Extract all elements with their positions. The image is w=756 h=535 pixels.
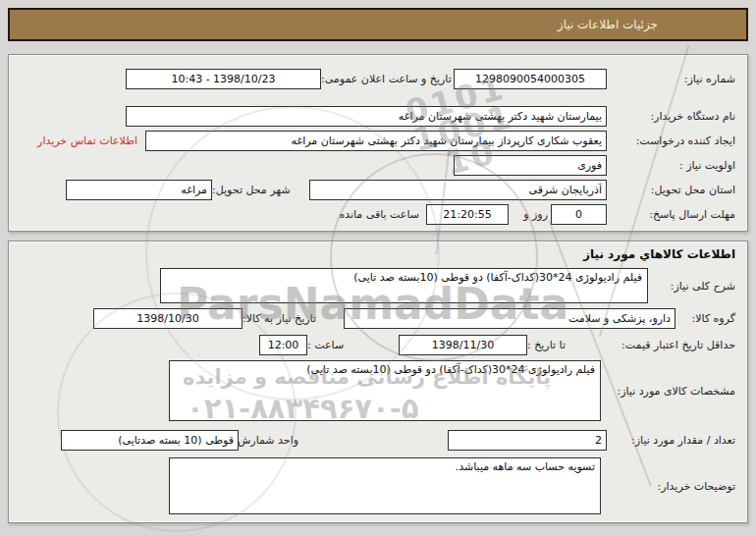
goods-group-input[interactable]	[344, 308, 675, 329]
general-description-textarea[interactable]: فیلم رادیولوژی 24*30(کداک-آکفا) دو قوطی …	[160, 268, 648, 303]
specifications-label: مشخصات کالای مورد نیاز:	[609, 385, 735, 398]
delivery-province-label: استان محل تحویل:	[607, 184, 735, 196]
specifications-textarea[interactable]: فیلم رادیولوژی 24*30(کداک-آکفا) دو قوطی …	[169, 360, 601, 421]
need-date-label: تاریخ نیاز به کالا:	[243, 312, 344, 325]
buyer-notes-row: توضیحات خریدار: تسویه حساب سه ماهه میباش…	[21, 457, 735, 514]
deadline-time-suffix: ساعت باقی مانده	[339, 208, 419, 221]
delivery-province-input[interactable]	[309, 180, 607, 200]
goods-info-panel: اطلاعات کالاهاي مورد نیاز شرح کلی نیاز: …	[8, 241, 748, 523]
delivery-location-row: استان محل تحویل: شهر محل تحویل:	[21, 180, 735, 200]
deadline-days-suffix: روز و	[511, 208, 548, 221]
price-validity-date-input[interactable]	[399, 335, 527, 355]
need-number-row: شماره نیاز: تاریخ و ساعت اعلان عمومی:	[21, 69, 735, 89]
deadline-time-input[interactable]	[426, 204, 509, 225]
priority-input[interactable]	[454, 155, 607, 176]
page-title-bar: جزئیات اطلاعات نیاز	[8, 8, 748, 41]
response-deadline-row: مهلت ارسال پاسخ: روز و ساعت باقی مانده	[21, 204, 735, 225]
priority-label: اولویت نیاز :	[607, 159, 735, 172]
delivery-city-label: شهر محل تحویل:	[212, 184, 309, 196]
need-number-label: شماره نیاز:	[607, 73, 735, 85]
price-validity-hour-label: ساعت :	[307, 339, 357, 351]
price-validity-hour-input[interactable]	[259, 335, 307, 355]
price-validity-until-label: تا تاریخ :	[527, 339, 585, 351]
announce-datetime-label: تاریخ و ساعت اعلان عمومی:	[321, 73, 454, 85]
price-validity-row: حداقل تاریخ اعتبار قیمت: تا تاریخ : ساعت…	[21, 335, 735, 355]
quantity-label: تعداد / مقدار مورد نیاز:	[609, 434, 735, 447]
buyer-org-input[interactable]	[126, 106, 607, 127]
general-description-row: شرح کلی نیاز: فیلم رادیولوژی 24*30(کداک-…	[21, 268, 735, 303]
price-validity-label: حداقل تاریخ اعتبار قیمت:	[585, 339, 735, 351]
request-creator-input[interactable]	[145, 131, 607, 151]
priority-row: اولویت نیاز :	[21, 155, 735, 176]
quantity-row: تعداد / مقدار مورد نیاز: واحد شمارش:	[21, 430, 735, 451]
need-date-input[interactable]	[93, 308, 243, 329]
goods-group-row: گروه کالا: تاریخ نیاز به کالا:	[21, 308, 735, 329]
buyer-notes-label: توضیحات خریدار:	[609, 480, 735, 493]
buyer-org-label: نام دستگاه خریدار:	[607, 110, 735, 123]
request-creator-row: ایجاد کننده درخواست: اطلاعات تماس خریدار	[21, 131, 735, 151]
buyer-contact-link[interactable]: اطلاعات تماس خریدار	[37, 134, 137, 147]
request-creator-label: ایجاد کننده درخواست:	[607, 134, 735, 147]
announce-datetime-input[interactable]	[126, 69, 321, 89]
deadline-days-input[interactable]	[551, 204, 607, 225]
need-number-input[interactable]	[454, 69, 607, 89]
page-title: جزئیات اطلاعات نیاز	[558, 18, 658, 31]
goods-group-label: گروه کالا:	[675, 312, 735, 325]
goods-section-header: اطلاعات کالاهاي مورد نیاز	[21, 247, 735, 265]
quantity-input[interactable]	[448, 430, 607, 451]
buyer-notes-textarea[interactable]: تسویه حساب سه ماهه میباشد.	[169, 457, 601, 514]
count-unit-input[interactable]	[61, 430, 239, 451]
specifications-row: مشخصات کالای مورد نیاز: فیلم رادیولوژی 2…	[21, 360, 735, 421]
general-description-label: شرح کلی نیاز:	[648, 280, 735, 293]
response-deadline-label: مهلت ارسال پاسخ:	[607, 208, 735, 221]
count-unit-label: واحد شمارش:	[241, 434, 298, 447]
request-info-panel: شماره نیاز: تاریخ و ساعت اعلان عمومی: نا…	[8, 54, 748, 232]
buyer-org-row: نام دستگاه خریدار:	[21, 106, 735, 127]
tender-detail-page: { "colors": { "accent_brown": "#9a7a4a",…	[0, 0, 756, 535]
delivery-city-input[interactable]	[66, 180, 212, 200]
